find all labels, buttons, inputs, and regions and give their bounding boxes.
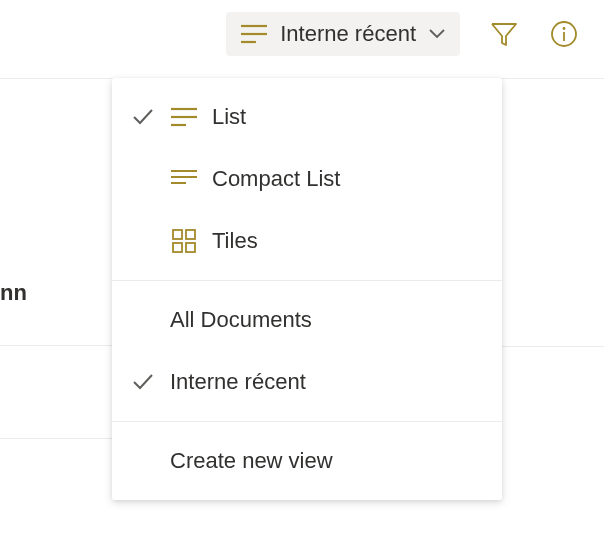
svg-rect-13 [186,230,195,239]
create-view-section: Create new view [112,422,502,500]
menu-item-tiles[interactable]: Tiles [112,210,502,272]
compact-list-icon [170,165,198,193]
menu-item-label: Compact List [212,166,484,192]
menu-item-label: All Documents [170,307,484,333]
menu-item-compact-list[interactable]: Compact List [112,148,502,210]
row-divider [0,345,112,346]
menu-item-label: Interne récent [170,369,484,395]
info-button[interactable] [548,18,580,50]
list-icon [240,20,268,48]
menu-item-label: Tiles [212,228,484,254]
filter-icon [489,19,519,49]
menu-item-list[interactable]: List [112,86,502,148]
svg-point-4 [563,27,566,30]
menu-item-label: List [212,104,484,130]
check-placeholder [130,228,156,254]
command-bar: Interne récent [226,12,580,56]
info-icon [549,19,579,49]
column-header[interactable]: nn [0,280,27,306]
row-divider [502,346,604,347]
menu-item-all-documents[interactable]: All Documents [112,289,502,351]
checkmark-icon [130,369,156,395]
view-switcher-button[interactable]: Interne récent [226,12,460,56]
view-switcher-menu: List Compact List [112,78,502,500]
check-placeholder [130,166,156,192]
menu-item-interne-recent[interactable]: Interne récent [112,351,502,413]
svg-rect-15 [186,243,195,252]
row-divider [0,438,112,439]
menu-item-create-view[interactable]: Create new view [112,430,502,492]
view-switcher-label: Interne récent [280,21,416,47]
saved-views-section: All Documents Interne récent [112,281,502,421]
tiles-icon [170,227,198,255]
filter-button[interactable] [488,18,520,50]
checkmark-icon [130,104,156,130]
menu-item-label: Create new view [170,448,484,474]
svg-rect-12 [173,230,182,239]
svg-rect-14 [173,243,182,252]
list-icon [170,103,198,131]
check-placeholder [130,448,156,474]
layout-options-section: List Compact List [112,78,502,280]
chevron-down-icon [428,28,446,40]
check-placeholder [130,307,156,333]
